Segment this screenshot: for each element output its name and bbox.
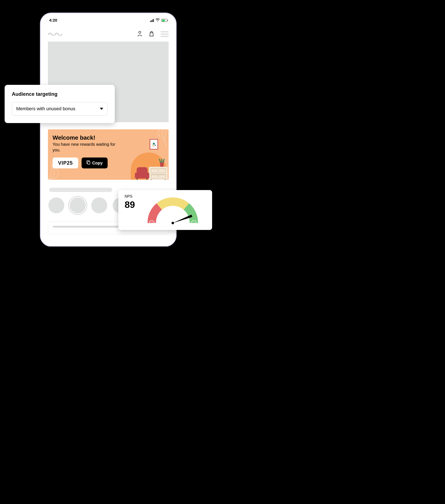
svg-point-7 <box>152 222 153 223</box>
svg-point-10 <box>194 222 195 223</box>
audience-dropdown[interactable]: Members with unused bonus <box>12 102 108 115</box>
svg-point-6 <box>151 222 151 223</box>
audience-targeting-card: Audience targeting Members with unused b… <box>5 85 115 123</box>
copy-icon <box>87 161 90 166</box>
side-table-icon <box>149 167 168 180</box>
app-header <box>41 24 176 42</box>
nps-label: NPS <box>125 194 135 199</box>
nps-value: 89 <box>125 199 135 210</box>
nps-card: NPS 89 <box>118 190 212 230</box>
skeleton-avatar <box>48 198 64 213</box>
promo-subtitle: You have new rewards waiting for you. <box>53 142 116 153</box>
illustration <box>127 134 169 180</box>
audience-title: Audience targeting <box>12 91 108 97</box>
bag-icon[interactable] <box>149 31 154 37</box>
skeleton-line <box>49 188 112 192</box>
armchair-icon <box>135 167 149 180</box>
svg-point-9 <box>193 222 193 223</box>
clock: 4:20 <box>49 18 57 23</box>
logo <box>48 32 63 36</box>
hamburger-menu-icon[interactable] <box>161 31 169 37</box>
svg-rect-2 <box>88 162 90 164</box>
skeleton-avatar <box>70 198 86 213</box>
nps-gauge <box>139 194 207 226</box>
plant-icon <box>159 158 165 167</box>
copy-label: Copy <box>92 161 103 165</box>
promo-title: Welcome back! <box>53 134 116 141</box>
promo-code-box: VIP25 <box>53 158 78 168</box>
picture-frame-icon <box>150 139 158 149</box>
account-icon[interactable] <box>137 31 142 37</box>
status-icons <box>150 18 167 23</box>
cellular-icon <box>150 19 154 22</box>
skeleton-avatar <box>91 198 107 213</box>
svg-point-0 <box>157 20 158 21</box>
audience-selected-label: Members with unused bonus <box>16 106 75 111</box>
chevron-down-icon <box>100 108 103 110</box>
battery-icon <box>161 19 167 22</box>
svg-point-4 <box>172 222 174 224</box>
svg-point-1 <box>139 31 141 33</box>
wifi-icon <box>155 18 160 23</box>
copy-code-button[interactable]: Copy <box>81 158 108 168</box>
rewards-banner: Welcome back! You have new rewards waiti… <box>48 129 169 180</box>
status-bar: 4:20 <box>41 14 176 24</box>
